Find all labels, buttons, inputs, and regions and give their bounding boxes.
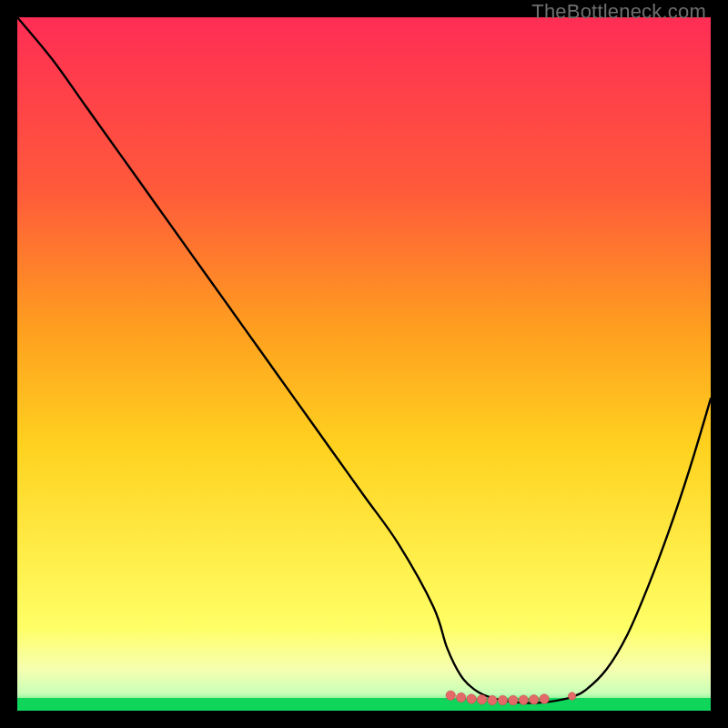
green-baseline-band <box>17 698 711 711</box>
curve-marker <box>446 691 455 700</box>
curve-marker <box>568 693 575 700</box>
curve-marker <box>498 695 507 704</box>
curve-marker <box>540 694 549 703</box>
curve-marker <box>456 693 465 702</box>
curve-marker <box>529 695 538 704</box>
watermark-text: TheBottleneck.com <box>531 0 706 24</box>
curve-marker <box>467 694 476 703</box>
curve-marker <box>488 695 497 704</box>
curve-marker <box>477 695 486 704</box>
curve-marker <box>519 695 528 704</box>
bottleneck-chart <box>17 17 711 711</box>
curve-marker <box>509 695 518 704</box>
chart-frame <box>17 17 711 711</box>
gradient-background <box>17 17 711 711</box>
